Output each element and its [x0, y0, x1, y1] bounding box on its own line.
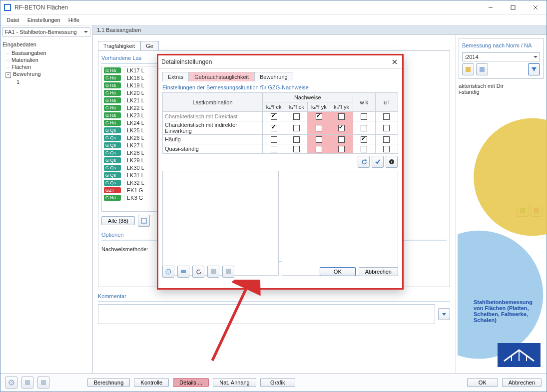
modal-reset-icon[interactable] — [192, 266, 204, 278]
tab-tragfaehigkeit[interactable]: Tragfähigkeit — [98, 41, 140, 50]
checkbox[interactable] — [293, 146, 300, 152]
tab-extras[interactable]: Extras — [162, 72, 189, 81]
checkbox[interactable] — [271, 146, 277, 152]
checkbox[interactable] — [316, 113, 322, 120]
dialog-close-icon[interactable] — [390, 57, 399, 66]
nav-item-bewehrung[interactable]: −Bewehrung — [1, 70, 91, 78]
nat-anhang-button[interactable]: Nat. Anhang — [213, 378, 256, 387]
svg-rect-11 — [534, 208, 539, 213]
checkbox[interactable] — [338, 146, 345, 152]
berechnung-button[interactable]: Berechnung — [87, 378, 130, 387]
checkbox[interactable] — [383, 125, 390, 131]
norm-title: Bemessung nach Norm / NA — [462, 41, 540, 50]
lk-row[interactable]: G HäLK20 L — [102, 89, 161, 96]
maximize-button[interactable] — [502, 0, 524, 14]
tab-gebrauchstauglichkeit[interactable]: Gebrauchstauglichkeit — [189, 72, 254, 81]
gzg-table[interactable]: Lastkombination Nachweise w k u l k₁*f c… — [162, 92, 398, 154]
checkbox[interactable] — [271, 136, 277, 143]
checkbox[interactable] — [361, 125, 367, 131]
norm-filter-icon[interactable] — [528, 63, 540, 75]
lk-row[interactable]: G QsLK27 L — [102, 141, 161, 149]
norm-select[interactable]: :2014 — [462, 52, 540, 61]
nav-item-materialien[interactable]: Materialien — [1, 56, 91, 63]
checkbox[interactable] — [383, 113, 390, 120]
checkbox[interactable] — [383, 136, 390, 143]
lk-row[interactable]: G HäLK23 L — [102, 111, 161, 119]
modal-units-icon[interactable] — [177, 266, 189, 278]
lk-row[interactable]: G HäEK3 G — [102, 194, 161, 201]
minimize-button[interactable] — [479, 0, 502, 14]
modal-help-icon[interactable]: ? — [162, 266, 174, 278]
checkbox[interactable] — [338, 113, 345, 120]
svg-rect-1 — [5, 5, 10, 10]
lk-row[interactable]: G HäLK24 L — [102, 119, 161, 126]
checkbox[interactable] — [361, 136, 367, 143]
main-ok-button[interactable]: OK — [467, 378, 498, 387]
tool1-icon[interactable] — [21, 377, 33, 389]
tool2-icon[interactable] — [37, 377, 49, 389]
checkbox[interactable] — [271, 125, 277, 131]
modal-cancel-button[interactable]: Abbrechen — [359, 267, 398, 276]
nav-item-bewehrung-1[interactable]: 1 — [1, 78, 91, 85]
checkbox[interactable] — [316, 125, 322, 131]
lk-list[interactable]: G HäLK17 LG HäLK18 LG HäLK19 LG HäLK20 L… — [101, 66, 161, 212]
menu-hilfe[interactable]: Hilfe — [64, 16, 83, 24]
norm-icon2[interactable] — [476, 63, 488, 75]
checkbox[interactable] — [293, 113, 300, 120]
menu-datei[interactable]: Datei — [2, 16, 23, 24]
checkbox[interactable] — [338, 125, 345, 131]
checkbox[interactable] — [361, 113, 367, 120]
case-selector[interactable]: FA1 - Stahlbeton-Bemessung — [2, 27, 90, 36]
lk-row[interactable]: G HäLK22 L — [102, 104, 161, 111]
modal-import-icon[interactable] — [207, 266, 219, 278]
nav-item-flaechen[interactable]: Flächen — [1, 63, 91, 70]
dialog-title: Detaileinstellungen — [161, 58, 390, 65]
main-cancel-button[interactable]: Abbrechen — [502, 378, 542, 387]
kommentar-pick-icon[interactable] — [438, 308, 450, 320]
kommentar-input[interactable] — [98, 304, 435, 324]
nav-tree[interactable]: Eingabedaten Basisangaben Materialien Fl… — [0, 38, 92, 373]
details-button[interactable]: Details ... — [173, 378, 209, 387]
lk-row[interactable]: GZTEK1 G — [102, 186, 161, 194]
checkbox[interactable] — [293, 136, 300, 143]
collapse-icon[interactable]: − — [5, 72, 11, 78]
lk-row[interactable]: G HäLK19 L — [102, 81, 161, 89]
lk-row[interactable]: G QsLK26 L — [102, 134, 161, 141]
alle-button[interactable]: Alle (38) — [101, 216, 135, 225]
lk-row[interactable]: G QsLK29 L — [102, 156, 161, 164]
lk-row[interactable]: G QsLK28 L — [102, 149, 161, 156]
modal-export-icon[interactable] — [222, 266, 234, 278]
right-tool2-icon[interactable] — [531, 205, 543, 217]
checkbox[interactable] — [293, 125, 300, 131]
right-tool1-icon[interactable] — [517, 205, 529, 217]
tab-bewehrung[interactable]: Bewehrung — [254, 72, 293, 81]
lk-row[interactable]: G HäLK21 L — [102, 96, 161, 104]
checkbox[interactable] — [361, 146, 367, 152]
lk-row[interactable]: G QsLK31 L — [102, 171, 161, 179]
check-icon[interactable] — [372, 156, 384, 168]
checkbox[interactable] — [271, 113, 277, 120]
checkbox[interactable] — [316, 136, 322, 143]
checkbox[interactable] — [338, 136, 345, 143]
lk-row[interactable]: G HäLK18 L — [102, 74, 161, 81]
menu-einstellungen[interactable]: Einstellungen — [23, 16, 64, 24]
help-icon[interactable]: ? — [5, 377, 17, 389]
lk-row[interactable]: G QsLK25 L — [102, 126, 161, 134]
close-button[interactable] — [524, 0, 547, 14]
kontrolle-button[interactable]: Kontrolle — [134, 378, 169, 387]
section-title: 1.1 Basisangaben — [93, 25, 547, 35]
select-icon[interactable] — [138, 215, 150, 227]
bottom-bar: ? Berechnung Kontrolle Details ... Nat. … — [0, 373, 547, 392]
grafik-button[interactable]: Grafik — [260, 378, 295, 387]
checkbox[interactable] — [383, 146, 390, 152]
undo-icon[interactable] — [358, 156, 370, 168]
modal-ok-button[interactable]: OK — [320, 267, 356, 276]
lk-row[interactable]: G HäLK17 L — [102, 66, 161, 74]
nav-item-basisangaben[interactable]: Basisangaben — [1, 49, 91, 56]
lk-row[interactable]: G QsLK30 L — [102, 164, 161, 171]
checkbox[interactable] — [316, 146, 322, 152]
norm-icon1[interactable] — [462, 63, 474, 75]
lk-row[interactable]: G QsLK32 L — [102, 179, 161, 186]
info-icon[interactable]: i — [386, 156, 398, 168]
tab-ge[interactable]: Ge — [140, 41, 159, 50]
